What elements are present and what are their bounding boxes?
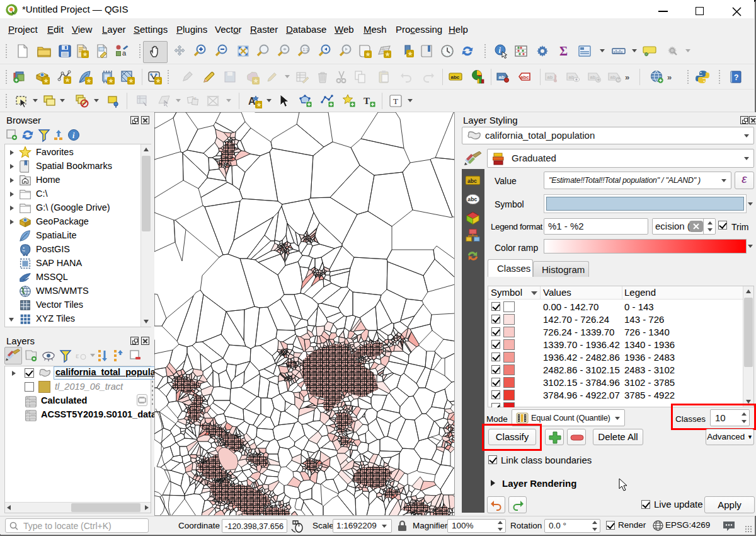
svg-text:ab: ab bbox=[610, 74, 616, 80]
svg-text:ε: ε bbox=[76, 351, 79, 360]
svg-text:abc: abc bbox=[520, 74, 529, 80]
svg-text:abc: abc bbox=[451, 74, 460, 80]
svg-text:ab: ab bbox=[590, 74, 596, 80]
svg-text:»: » bbox=[625, 73, 629, 82]
svg-text:ab: ab bbox=[547, 74, 553, 80]
svg-text:1:1: 1:1 bbox=[303, 47, 309, 52]
svg-text:ε: ε bbox=[194, 95, 197, 101]
svg-text:abc: abc bbox=[467, 196, 477, 202]
svg-text:Σ: Σ bbox=[559, 44, 568, 58]
svg-text:T: T bbox=[393, 96, 398, 106]
svg-text:abc: abc bbox=[467, 178, 477, 184]
svg-text:T: T bbox=[364, 96, 370, 106]
svg-text:ab: ab bbox=[499, 74, 505, 80]
svg-text:a: a bbox=[122, 49, 127, 57]
svg-text:»: » bbox=[667, 73, 672, 82]
svg-text:?: ? bbox=[734, 73, 738, 82]
